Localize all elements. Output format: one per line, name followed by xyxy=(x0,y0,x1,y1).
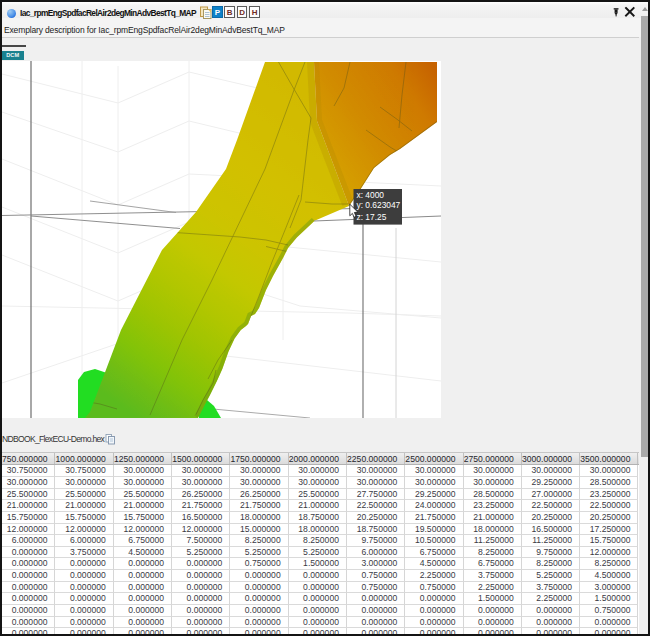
svg-text:y: 0.623047: y: 0.623047 xyxy=(357,200,401,210)
svg-text:x: 4000: x: 4000 xyxy=(357,190,385,200)
svg-text:z: 17.25: z: 17.25 xyxy=(357,212,387,222)
